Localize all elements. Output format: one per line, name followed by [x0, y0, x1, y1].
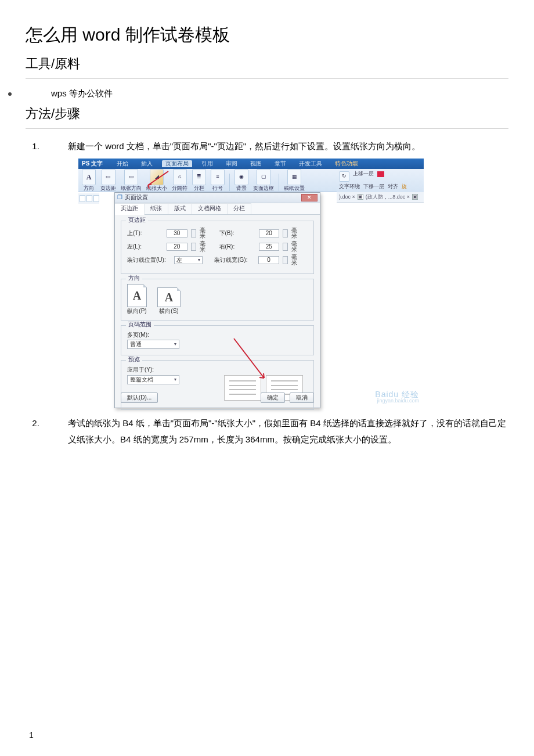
lbl-left: 左(L): [127, 244, 163, 250]
ribbon-right: ↻ 上移一层 文字环绕 下移一层 对齐 旋 [337, 169, 424, 192]
lbl-multi: 多页(M): [127, 332, 168, 338]
ribbon-lbl: 文字环绕 [339, 184, 360, 189]
ribbon-tabstrip: PS 文字 开始 插入 页面布局 引用 审阅 视图 章节 开发工具 特色功能 [78, 159, 424, 169]
spin-btn[interactable] [283, 229, 288, 237]
ribbon-btn-columns[interactable]: ≣分栏 [192, 169, 206, 191]
dlg-tab-grid[interactable]: 文档网格 [192, 203, 228, 214]
input-top[interactable]: 30 [167, 229, 187, 237]
dlg-tab-margin[interactable]: 页边距 [115, 203, 145, 215]
combo-gutpos[interactable]: 左 [174, 256, 203, 264]
default-button[interactable]: 默认(D)... [121, 393, 158, 403]
watermark-main: Baidu 经验 [375, 390, 419, 398]
page-number: 1 [29, 730, 34, 740]
qi-icon[interactable] [93, 195, 99, 202]
quick-icons [78, 193, 99, 204]
document-tabs: ).doc × ▣ (政人防，...8.doc × ▣ [337, 192, 424, 203]
lbl-gutw: 装订线宽(G): [214, 257, 255, 263]
fieldset-margins: 页边距 上(T): 30 毫米 下(B): 20 毫米 左(L): 20 [121, 221, 314, 274]
dialog-title-text: 页面设置 [125, 195, 148, 200]
spin-btn[interactable] [191, 243, 196, 251]
dlg-tab-paper[interactable]: 纸张 [145, 203, 168, 214]
step-1: 新建一个 word 文档，单击"页面布局"-"页边距"，然后进行如下设置。设置纸… [42, 138, 508, 409]
legend-range: 页码范围 [126, 322, 154, 327]
input-right[interactable]: 25 [259, 243, 280, 251]
ribbon-btn-border[interactable]: ▢页面边框 [253, 169, 274, 191]
section-tools-head: 工具/原料 [26, 55, 508, 73]
fieldset-range: 页码范围 多页(M): 普通 [121, 325, 314, 355]
dlg-tab-col[interactable]: 分栏 [228, 203, 251, 214]
orientation-portrait[interactable]: A [127, 284, 147, 307]
ribbon-btn-orientation[interactable]: A方向 [82, 169, 96, 191]
ribbon-lbl: 旋 [402, 184, 407, 189]
unit: 毫米 [291, 228, 302, 239]
ribbon-btn-papersize[interactable]: ◢纸张大小 [146, 169, 167, 191]
step-1-text: 新建一个 word 文档，单击"页面布局"-"页边距"，然后进行如下设置。设置纸… [68, 141, 420, 151]
orientation-landscape[interactable]: A [157, 287, 181, 307]
lbl-orient-landscape: 横向(S) [157, 308, 181, 314]
spin-btn[interactable] [191, 229, 196, 237]
ribbon-lbl: 对齐 [388, 184, 398, 189]
lbl-right: 右(R): [219, 244, 255, 250]
ribbon-tab[interactable]: 章节 [271, 160, 290, 167]
color-swatch-icon[interactable] [377, 171, 384, 177]
legend-margins: 页边距 [126, 217, 148, 223]
input-gutw[interactable]: 0 [258, 256, 279, 264]
unit: 毫米 [291, 241, 302, 253]
wrap-icon[interactable]: ↻ [339, 171, 349, 182]
spin-btn[interactable] [283, 256, 288, 264]
ok-button[interactable]: 确定 [261, 393, 285, 403]
input-bottom[interactable]: 20 [259, 229, 280, 237]
ribbon-tab[interactable]: 视图 [247, 160, 265, 167]
separator [229, 174, 230, 191]
ribbon-lbl: 下移一层 [363, 184, 384, 189]
ribbon-btn-margins[interactable]: ▭页边距 [100, 169, 116, 191]
step-1-screenshot: PS 文字 开始 插入 页面布局 引用 审阅 视图 章节 开发工具 特色功能 A… [78, 159, 424, 409]
tools-item: wps 等办公软件 [51, 88, 113, 99]
page-setup-dialog: ❐ 页面设置 ✕ 页边距 纸张 版式 文档网格 分栏 页边距 上(T): [114, 192, 320, 408]
ribbon-tab[interactable]: 开发工具 [295, 160, 326, 167]
bullet-icon [8, 92, 12, 96]
ribbon-btn-grid[interactable]: ▦稿纸设置 [284, 169, 305, 191]
ribbon-btn-linenum[interactable]: ≡行号 [211, 169, 225, 191]
watermark: Baidu 经验 jingyan.baidu.com [375, 390, 419, 404]
unit: 毫米 [291, 254, 302, 266]
doc-tab[interactable]: (政人防，...8.doc × [366, 195, 410, 200]
ribbon-tab[interactable]: 开始 [113, 160, 132, 167]
dialog-title-icon: ❐ [117, 195, 122, 200]
ribbon-tab-special[interactable]: 特色功能 [331, 160, 362, 167]
lbl-gutpos: 装订线位置(U): [127, 257, 171, 263]
dialog-footer: 默认(D)... 确定 取消 [121, 393, 314, 403]
ribbon-tab[interactable]: 引用 [198, 160, 217, 167]
close-icon[interactable]: ✕ [301, 194, 317, 201]
ribbon-btn-bg[interactable]: ◉背景 [234, 169, 248, 191]
fieldset-orientation: 方向 A 纵向(P) A 横向(S) [121, 279, 314, 321]
doc-title: 怎么用 word 制作试卷模板 [26, 23, 508, 47]
qi-icon[interactable] [80, 195, 85, 202]
section-steps-head: 方法/步骤 [26, 105, 508, 123]
ribbon-tab[interactable]: 插入 [138, 160, 156, 167]
combo-multi[interactable]: 普通 [127, 340, 179, 349]
dlg-tab-layout[interactable]: 版式 [168, 203, 192, 214]
legend-preview: 预览 [126, 357, 142, 362]
ribbon-tab-active[interactable]: 页面布局 [162, 160, 192, 167]
input-left[interactable]: 20 [167, 243, 187, 251]
cancel-button[interactable]: 取消 [290, 393, 314, 403]
doc-tab[interactable]: ).doc × [339, 195, 355, 200]
divider [26, 78, 508, 79]
app-name: PS 文字 [82, 161, 103, 167]
ribbon-btn-breaks[interactable]: ⎌分隔符 [172, 169, 187, 191]
spin-btn[interactable] [283, 243, 288, 251]
step-2: 考试的纸张为 B4 纸，单击"页面布局"-"纸张大小"，假如里面有 B4 纸选择… [42, 415, 508, 448]
ribbon-lbl: 上移一层 [353, 171, 374, 182]
watermark-sub: jingyan.baidu.com [375, 398, 419, 404]
lbl-orient-portrait: 纵向(P) [127, 308, 147, 314]
ribbon-btn-paperdir[interactable]: ▭纸张方向 [121, 169, 142, 191]
ribbon-tab[interactable]: 审阅 [222, 160, 241, 167]
doc-close-icon[interactable]: ▣ [358, 194, 363, 200]
step-2-text: 考试的纸张为 B4 纸，单击"页面布局"-"纸张大小"，假如里面有 B4 纸选择… [68, 418, 506, 445]
lbl-bottom: 下(B): [219, 231, 255, 236]
combo-apply[interactable]: 整篇文档 [127, 375, 179, 384]
doc-close-icon[interactable]: ▣ [412, 194, 418, 200]
divider [26, 128, 508, 129]
qi-icon[interactable] [86, 195, 92, 202]
